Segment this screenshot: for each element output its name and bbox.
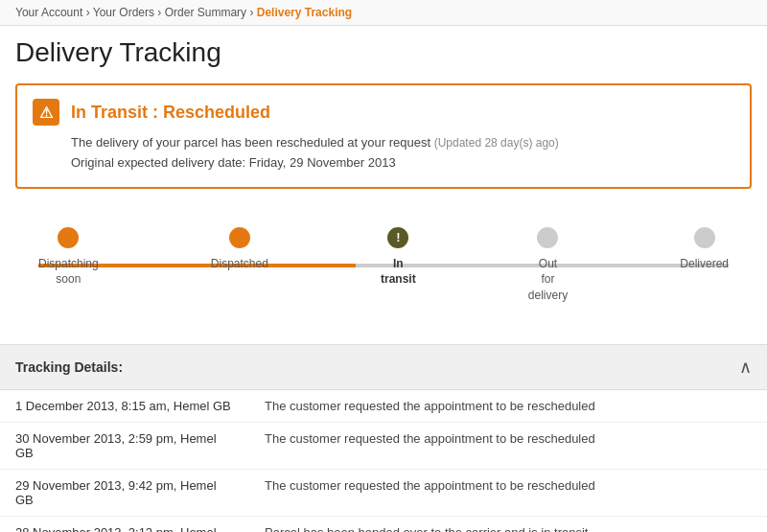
page-title: Delivery Tracking (0, 26, 767, 83)
step-in-transit: ! Intransit (381, 227, 416, 304)
step-dot-delivered (694, 227, 715, 248)
tracking-details-title: Tracking Details: (15, 359, 123, 375)
alert-body: The delivery of your parcel has been res… (71, 133, 734, 173)
breadcrumb-sep-2: › (157, 6, 164, 19)
step-dot-in-transit: ! (387, 227, 408, 248)
tracking-details: Tracking Details: ∧ 1 December 2013, 8:1… (0, 344, 767, 532)
tracking-timestamp: 1 December 2013, 8:15 am, Hemel GB (0, 390, 249, 423)
step-label-dispatching-soon: Dispatchingsoon (38, 256, 99, 289)
step-out-for-delivery: Outfordelivery (528, 227, 568, 304)
breadcrumb-order-summary[interactable]: Order Summary (165, 6, 246, 19)
tracking-row: 1 December 2013, 8:15 am, Hemel GB The c… (0, 390, 767, 423)
step-dot-dispatching-soon (58, 227, 79, 248)
tracking-timestamp: 30 November 2013, 2:59 pm, Hemel GB (0, 422, 249, 469)
breadcrumb-sep-3: › (249, 6, 256, 19)
tracking-details-header[interactable]: Tracking Details: ∧ (0, 345, 767, 390)
tracking-timestamp: 28 November 2013, 2:12 pm, Hemel GB (0, 516, 249, 532)
step-label-dispatched: Dispatched (211, 256, 268, 272)
tracking-table: 1 December 2013, 8:15 am, Hemel GB The c… (0, 390, 767, 532)
step-dispatching-soon: Dispatchingsoon (38, 227, 99, 304)
tracking-row: 30 November 2013, 2:59 pm, Hemel GB The … (0, 422, 767, 469)
alert-title: In Transit : Rescheduled (71, 103, 270, 123)
breadcrumb: Your Account › Your Orders › Order Summa… (0, 0, 767, 26)
tracker-wrapper: Dispatchingsoon Dispatched ! Intransit O… (0, 208, 767, 344)
breadcrumb-sep-1: › (86, 6, 93, 19)
step-label-out-for-delivery: Outfordelivery (528, 256, 568, 304)
tracking-row: 29 November 2013, 9:42 pm, Hemel GB The … (0, 469, 767, 516)
step-dot-out-for-delivery (537, 227, 558, 248)
alert-body-original: Original expected delivery date: Friday,… (71, 153, 734, 173)
alert-header: ⚠ In Transit : Rescheduled (33, 99, 734, 126)
alert-body-main: The delivery of your parcel has been res… (71, 133, 734, 153)
tracker: Dispatchingsoon Dispatched ! Intransit O… (38, 227, 729, 304)
tracker-steps: Dispatchingsoon Dispatched ! Intransit O… (38, 227, 729, 304)
step-dot-dispatched (229, 227, 250, 248)
alert-box: ⚠ In Transit : Rescheduled The delivery … (15, 83, 752, 189)
step-label-in-transit: Intransit (381, 256, 416, 289)
breadcrumb-current: Delivery Tracking (257, 6, 352, 19)
breadcrumb-account[interactable]: Your Account (15, 6, 82, 19)
breadcrumb-orders[interactable]: Your Orders (93, 6, 154, 19)
step-label-delivered: Delivered (680, 256, 729, 272)
tracking-timestamp: 29 November 2013, 9:42 pm, Hemel GB (0, 469, 249, 516)
step-dispatched: Dispatched (211, 227, 268, 304)
tracking-row: 28 November 2013, 2:12 pm, Hemel GB Parc… (0, 516, 767, 532)
warning-icon: ⚠ (33, 99, 59, 126)
chevron-up-icon: ∧ (739, 357, 752, 378)
tracking-description: The customer requested the appointment t… (249, 422, 767, 469)
alert-updated: (Updated 28 day(s) ago) (434, 136, 559, 150)
tracking-description: The customer requested the appointment t… (249, 390, 767, 423)
tracking-description: The customer requested the appointment t… (249, 469, 767, 516)
step-delivered: Delivered (680, 227, 729, 304)
tracking-description: Parcel has been handed over to the carri… (249, 516, 767, 532)
